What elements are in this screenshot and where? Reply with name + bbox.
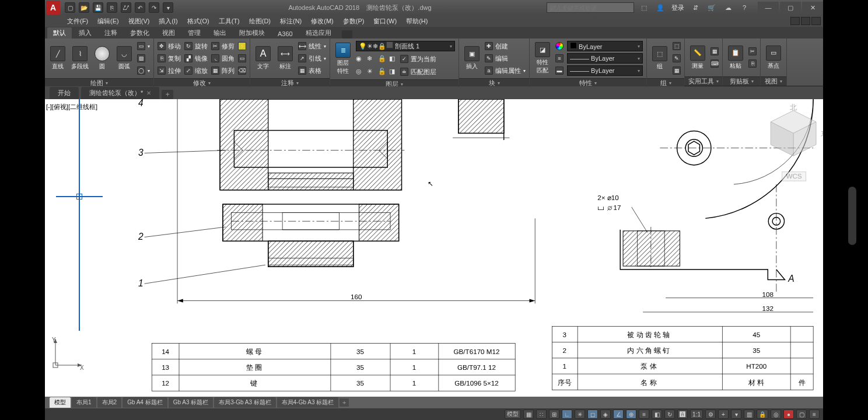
ribbon-tab-featured[interactable]: 精选应用 <box>300 27 337 38</box>
ortho-icon[interactable]: ∟ <box>562 410 572 419</box>
customize-icon[interactable]: ≡ <box>809 410 820 419</box>
undo-icon[interactable]: ↶ <box>135 2 145 13</box>
erase-icon[interactable]: ⌫ <box>238 65 246 76</box>
quickprops-icon[interactable]: ▥ <box>744 410 754 419</box>
array-button[interactable]: ▦阵列 <box>211 65 235 76</box>
close-button[interactable]: ✕ <box>802 2 823 13</box>
group-sel-icon[interactable]: ▦ <box>673 65 681 76</box>
select-all-icon[interactable]: ▦ <box>710 46 719 57</box>
layer-thaw-icon[interactable]: ☀ <box>367 66 376 76</box>
match-layer-button[interactable]: ≐匹配图层 <box>400 66 436 77</box>
menu-param[interactable]: 参数(P) <box>338 15 369 27</box>
exchange-icon[interactable]: ⇵ <box>690 2 701 13</box>
color-dropdown[interactable]: ByLayer▾ <box>567 41 643 51</box>
open-icon[interactable]: 📂 <box>79 2 89 13</box>
redo-icon[interactable]: ↷ <box>149 2 159 13</box>
layer-iso-icon[interactable]: ◧ <box>389 54 398 63</box>
layout-tab-5[interactable]: 布局3-Gb A3 标题栏 <box>214 397 275 408</box>
ribbon-tab-manage[interactable]: 管理 <box>182 27 206 38</box>
print-icon[interactable]: ⌰ <box>121 2 131 13</box>
cleanscreen-icon[interactable]: ▢ <box>796 410 807 419</box>
lweight-icon[interactable]: ▬ <box>555 65 564 76</box>
ellipse-icon[interactable]: ◯▾ <box>137 65 150 76</box>
linear-button[interactable]: ⟷线性▾ <box>298 41 326 51</box>
ucs-icon[interactable]: YX <box>50 336 85 371</box>
calc-icon[interactable]: ⌨ <box>710 58 719 69</box>
menu-edit[interactable]: 编辑(E) <box>93 15 124 27</box>
qat-more-icon[interactable]: ▾ <box>163 2 173 13</box>
layout-tab-1[interactable]: 布局1 <box>72 397 96 408</box>
stretch-button[interactable]: ⇲拉伸 <box>158 65 181 76</box>
measure-button[interactable]: 📏测量 <box>688 46 707 70</box>
tab-start[interactable]: 开始 <box>50 87 79 99</box>
arc-button[interactable]: ◡圆弧 <box>115 46 134 71</box>
menu-tools[interactable]: 工具(T) <box>214 15 244 27</box>
lineweight-dropdown[interactable]: ——— ByLayer▾ <box>567 65 643 76</box>
save-icon[interactable]: 💾 <box>93 2 103 13</box>
mirror-button[interactable]: ▞镜像 <box>184 53 208 64</box>
menu-format[interactable]: 格式(O) <box>183 15 214 27</box>
mdi-min-icon[interactable] <box>790 17 800 25</box>
group-edit-icon[interactable]: ✎ <box>673 53 681 64</box>
text-button[interactable]: A文字 <box>254 46 272 71</box>
layer-off-icon[interactable]: ◉ <box>356 54 365 63</box>
table-button[interactable]: ▦表格 <box>298 65 326 76</box>
linetype-dropdown[interactable]: ——— ByLayer▾ <box>567 53 643 64</box>
isolate-icon[interactable]: ◎ <box>771 410 781 419</box>
hardware-accel-icon[interactable]: ● <box>783 410 794 419</box>
infer-icon[interactable]: ⊞ <box>549 410 559 419</box>
cut-icon[interactable]: ✂ <box>748 46 757 57</box>
set-current-button[interactable]: ✓置为当前 <box>400 54 436 64</box>
move-button[interactable]: ✥移动 <box>158 41 181 51</box>
polyline-button[interactable]: ⌇多段线 <box>71 46 89 71</box>
new-icon[interactable]: ▢ <box>65 2 75 13</box>
lweight-toggle-icon[interactable]: ≡ <box>639 410 649 419</box>
layout-tab-3[interactable]: Gb A4 标题栏 <box>123 397 167 408</box>
layer-lock-icon[interactable]: 🔒 <box>378 54 387 63</box>
copy-clip-icon[interactable]: ⎘ <box>748 58 757 69</box>
minimize-button[interactable]: — <box>758 2 779 13</box>
share-icon[interactable]: ☁ <box>723 2 733 13</box>
paste-button[interactable]: 📋粘贴 <box>726 46 745 70</box>
ribbon-tab-default[interactable]: 默认 <box>47 27 72 38</box>
rotate-button[interactable]: ↻旋转 <box>184 41 208 51</box>
tab-close-icon[interactable]: ✕ <box>146 90 151 96</box>
snap-icon[interactable]: ∷ <box>536 410 547 419</box>
leader-button[interactable]: ↗引线▾ <box>298 53 326 64</box>
ribbon-tab-a360[interactable]: A360 <box>272 29 299 38</box>
saveas-icon[interactable]: ⎘ <box>107 2 117 13</box>
hatch-icon[interactable]: ▨ <box>137 53 150 64</box>
units-icon[interactable]: ▾ <box>731 410 741 419</box>
polar-icon[interactable]: ✳ <box>575 410 585 419</box>
tab-add-button[interactable]: + <box>162 90 173 99</box>
cycling-icon[interactable]: ↻ <box>664 410 675 419</box>
ribbon-tab-output[interactable]: 输出 <box>208 27 232 38</box>
color-icon[interactable] <box>555 41 564 51</box>
mdi-max-icon[interactable] <box>801 17 810 25</box>
help-icon[interactable]: ? <box>739 2 750 13</box>
login-label[interactable]: 登录 <box>671 4 684 12</box>
autodesk-icon[interactable]: ⬚ <box>639 2 649 13</box>
edit-attr-button[interactable]: a编辑属性▾ <box>485 65 526 76</box>
ungroup-icon[interactable]: ⬚ <box>673 41 681 51</box>
drawing-canvas[interactable]: [-][俯视][二维线框] <box>45 99 823 397</box>
trim-button[interactable]: ✂修剪 <box>211 41 235 51</box>
otrack-icon[interactable]: ∠ <box>613 410 624 419</box>
annoscale-icon[interactable]: 🅰 <box>677 410 688 419</box>
layout-tab-6[interactable]: 布局4-Gb A3 标题栏 <box>277 397 338 408</box>
ltype-icon[interactable]: ≡ <box>555 53 564 64</box>
user-icon[interactable]: 👤 <box>655 2 666 13</box>
offset-icon[interactable]: ▭ <box>238 53 246 64</box>
layer-unlock-icon[interactable]: 🔓 <box>378 66 387 76</box>
workspace-icon[interactable]: ⚙ <box>705 410 716 419</box>
scale-button[interactable]: ⤢缩放 <box>184 65 208 76</box>
transparency-icon[interactable]: ◧ <box>652 410 662 419</box>
annomonitor-icon[interactable]: + <box>718 410 729 419</box>
menu-file[interactable]: 文件(F) <box>62 15 93 27</box>
base-button[interactable]: ▭基点 <box>764 46 783 70</box>
status-model-button[interactable]: 模型 <box>505 410 521 419</box>
panel-view-title[interactable]: 视图 <box>761 76 786 86</box>
osnap-icon[interactable]: ◻ <box>587 410 598 419</box>
explode-icon[interactable]: ⚡ <box>238 41 246 51</box>
3dosnap-icon[interactable]: ◈ <box>600 410 611 419</box>
